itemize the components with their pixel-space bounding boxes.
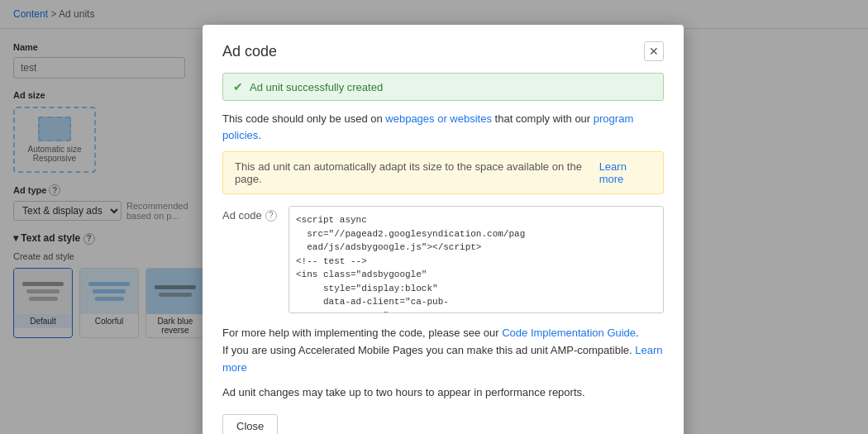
modal-footer: Close <box>222 414 664 434</box>
warning-learn-more-link[interactable]: Learn more <box>599 160 651 185</box>
code-impl-guide-link[interactable]: Code Implementation Guide <box>502 327 636 339</box>
webpages-link[interactable]: webpages or websites <box>385 112 492 125</box>
warning-text: This ad unit can automatically adapt its… <box>235 160 594 185</box>
modal-header: Ad code ✕ <box>222 41 664 61</box>
modal-close-button[interactable]: ✕ <box>644 41 664 61</box>
desc-end: . <box>258 129 261 141</box>
desc-text-1: This code should only be used on <box>222 112 383 125</box>
success-message: Ad unit successfully created <box>250 81 383 93</box>
ad-code-label: Ad code ? <box>222 206 280 222</box>
help-text-line2: If you are using Accelerated Mobile Page… <box>222 344 632 356</box>
ad-code-row: Ad code ? <box>222 206 664 313</box>
success-check-icon: ✔ <box>233 80 243 93</box>
ad-code-textarea[interactable] <box>289 206 664 313</box>
modal-title: Ad code <box>222 43 277 60</box>
modal-help-text: For more help with implementing the code… <box>222 325 664 376</box>
modal-note: Ad unit changes may take up to two hours… <box>222 384 664 401</box>
desc-text-3: that comply with our <box>495 112 591 125</box>
help-text-line1: For more help with implementing the code… <box>222 327 499 339</box>
modal-description: This code should only be used on webpage… <box>222 111 664 143</box>
warning-banner: This ad unit can automatically adapt its… <box>222 151 664 194</box>
success-banner: ✔ Ad unit successfully created <box>222 73 664 101</box>
ad-code-modal: Ad code ✕ ✔ Ad unit successfully created… <box>203 25 684 434</box>
close-button[interactable]: Close <box>222 414 278 434</box>
ad-code-help-icon[interactable]: ? <box>265 210 277 222</box>
